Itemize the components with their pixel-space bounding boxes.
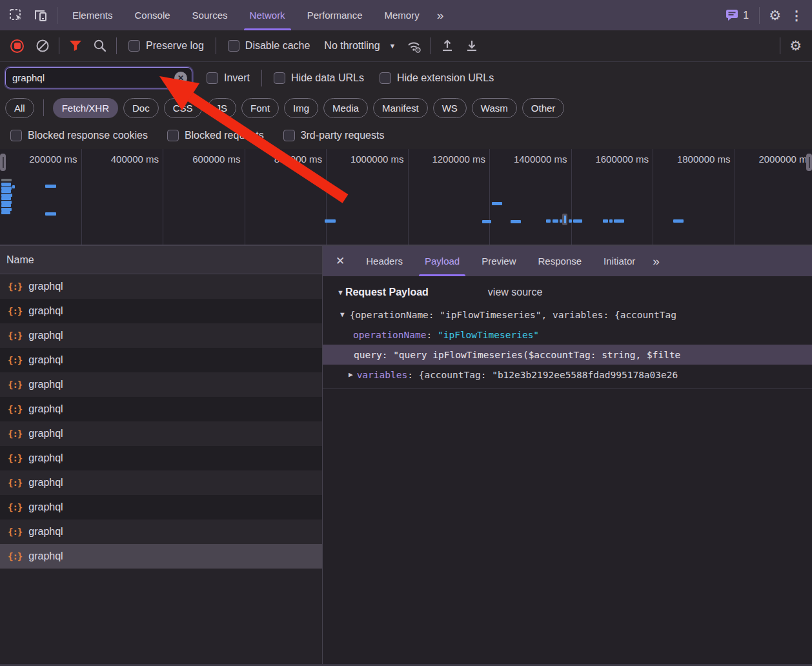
timeline-bar <box>1 179 12 181</box>
name-column-header[interactable]: Name <box>0 246 322 274</box>
details-tab-response[interactable]: Response <box>527 246 593 276</box>
request-name: graphql <box>28 403 63 415</box>
payload-key: query <box>354 350 382 360</box>
details-tab-initiator[interactable]: Initiator <box>593 246 646 276</box>
hide-data-urls-toggle[interactable]: Hide data URLs <box>274 72 364 84</box>
chip-wasm[interactable]: Wasm <box>472 98 517 118</box>
import-har-icon[interactable] <box>436 35 458 57</box>
blocked-requests-toggle[interactable]: Blocked requests <box>167 130 264 141</box>
third-party-requests-toggle[interactable]: 3rd-party requests <box>283 130 385 141</box>
payload-root-row[interactable]: ▼ {operationName: "ipFlowTimeseries", va… <box>323 305 812 325</box>
request-row[interactable]: {:}graphql <box>0 323 322 348</box>
disable-cache-checkbox[interactable] <box>228 40 239 52</box>
request-row[interactable]: {:}graphql <box>0 544 322 569</box>
details-tab-preview[interactable]: Preview <box>471 246 527 276</box>
payload-string-value: "query ipFlowTimeseries($accountTag: str… <box>393 350 680 360</box>
clear-network-log-icon[interactable] <box>32 35 54 57</box>
chip-font[interactable]: Font <box>241 98 279 118</box>
chip-fetch-xhr[interactable]: Fetch/XHR <box>53 98 118 118</box>
tab-network[interactable]: Network <box>239 0 296 30</box>
request-row[interactable]: {:}graphql <box>0 348 322 372</box>
disable-cache-toggle[interactable]: Disable cache <box>228 40 310 52</box>
request-row[interactable]: {:}graphql <box>0 446 322 470</box>
preserve-log-toggle[interactable]: Preserve log <box>128 40 204 52</box>
tab-performance[interactable]: Performance <box>296 0 374 30</box>
blocked-response-cookies-toggle[interactable]: Blocked response cookies <box>10 130 148 141</box>
blocked-requests-label: Blocked requests <box>185 130 264 141</box>
chip-all[interactable]: All <box>5 98 34 118</box>
request-row[interactable]: {:}graphql <box>0 421 322 446</box>
json-braces-icon: {:} <box>8 379 22 390</box>
timeline-bar <box>482 220 491 223</box>
clear-filter-icon[interactable]: ✕ <box>174 72 187 85</box>
chip-ws[interactable]: WS <box>433 98 467 118</box>
request-row[interactable]: {:}graphql <box>0 470 322 495</box>
tab-console[interactable]: Console <box>124 0 181 30</box>
close-details-icon[interactable]: ✕ <box>323 254 355 268</box>
timeline-tick: 1600000 ms <box>572 149 654 245</box>
tab-sources[interactable]: Sources <box>181 0 239 30</box>
request-name: graphql <box>28 428 63 439</box>
hide-extension-urls-toggle[interactable]: Hide extension URLs <box>380 72 494 84</box>
request-row[interactable]: {:}graphql <box>0 274 322 299</box>
timeline-bar <box>614 219 624 223</box>
filter-input[interactable] <box>6 72 192 83</box>
device-toolbar-icon[interactable] <box>30 5 52 26</box>
timeline-left-handle[interactable] <box>0 154 6 171</box>
details-more-tabs-icon[interactable]: » <box>646 254 665 268</box>
request-row[interactable]: {:}graphql <box>0 495 322 520</box>
third-party-requests-checkbox[interactable] <box>283 130 295 141</box>
more-tabs-icon[interactable]: » <box>431 8 449 23</box>
search-icon[interactable] <box>89 35 111 57</box>
throttling-dropdown[interactable]: No throttling ▼ <box>324 40 396 52</box>
expand-triangle-icon[interactable]: ▼ <box>340 310 345 319</box>
chip-media[interactable]: Media <box>323 98 368 118</box>
invert-toggle[interactable]: Invert <box>207 72 250 84</box>
request-row[interactable]: {:}graphql <box>0 520 322 544</box>
network-conditions-icon[interactable] <box>403 35 425 57</box>
payload-variables-row[interactable]: ▶ variables : {accountTag: "b12e3b2192ee… <box>323 365 812 385</box>
chip-other[interactable]: Other <box>522 98 565 118</box>
view-source-link[interactable]: view source <box>488 287 542 298</box>
blocked-response-cookies-label: Blocked response cookies <box>28 130 148 141</box>
preserve-log-checkbox[interactable] <box>128 40 140 52</box>
chip-manifest[interactable]: Manifest <box>373 98 428 118</box>
chip-img[interactable]: Img <box>284 98 318 118</box>
chip-css[interactable]: CSS <box>164 98 202 118</box>
network-overview-timeline[interactable]: 200000 ms400000 ms600000 ms800000 ms1000… <box>0 149 812 245</box>
chip-js[interactable]: JS <box>207 98 237 118</box>
collapsed-triangle-icon[interactable]: ▶ <box>349 370 353 379</box>
timeline-bar <box>1 183 11 186</box>
request-row[interactable]: {:}graphql <box>0 397 322 421</box>
tab-memory[interactable]: Memory <box>374 0 431 30</box>
request-row[interactable]: {:}graphql <box>0 372 322 397</box>
requests-list: {:}graphql{:}graphql{:}graphql{:}graphql… <box>0 274 322 569</box>
collapse-triangle-icon[interactable]: ▼ <box>337 288 344 296</box>
json-braces-icon: {:} <box>8 453 22 463</box>
tab-elements[interactable]: Elements <box>61 0 124 30</box>
invert-checkbox[interactable] <box>207 72 218 84</box>
payload-operation-row[interactable]: operationName : "ipFlowTimeseries" <box>323 325 812 345</box>
json-braces-icon: {:} <box>8 355 22 365</box>
network-settings-gear-icon[interactable]: ⚙ <box>784 38 807 54</box>
payload-query-row[interactable]: query : "query ipFlowTimeseries($account… <box>323 345 812 365</box>
blocked-requests-checkbox[interactable] <box>167 130 179 141</box>
timeline-right-handle[interactable] <box>806 154 812 171</box>
filter-funnel-icon[interactable] <box>65 35 86 57</box>
chip-doc[interactable]: Doc <box>123 98 159 118</box>
preserve-log-label: Preserve log <box>146 40 204 52</box>
blocked-response-cookies-checkbox[interactable] <box>10 130 22 141</box>
request-row[interactable]: {:}graphql <box>0 299 322 323</box>
export-har-icon[interactable] <box>461 35 483 57</box>
timeline-tick: 600000 ms <box>163 149 245 245</box>
issues-badge[interactable]: 1 <box>726 9 749 21</box>
details-tab-payload[interactable]: Payload <box>414 246 471 276</box>
record-network-log-button[interactable] <box>10 39 24 53</box>
details-tab-headers[interactable]: Headers <box>355 246 414 276</box>
main-menu-kebab-icon[interactable]: ⋮ <box>786 8 812 23</box>
hide-data-urls-checkbox[interactable] <box>274 72 285 84</box>
hide-extension-urls-checkbox[interactable] <box>380 72 391 84</box>
settings-gear-icon[interactable]: ⚙ <box>764 8 786 23</box>
divider <box>43 99 44 116</box>
inspect-element-icon[interactable] <box>5 5 27 26</box>
